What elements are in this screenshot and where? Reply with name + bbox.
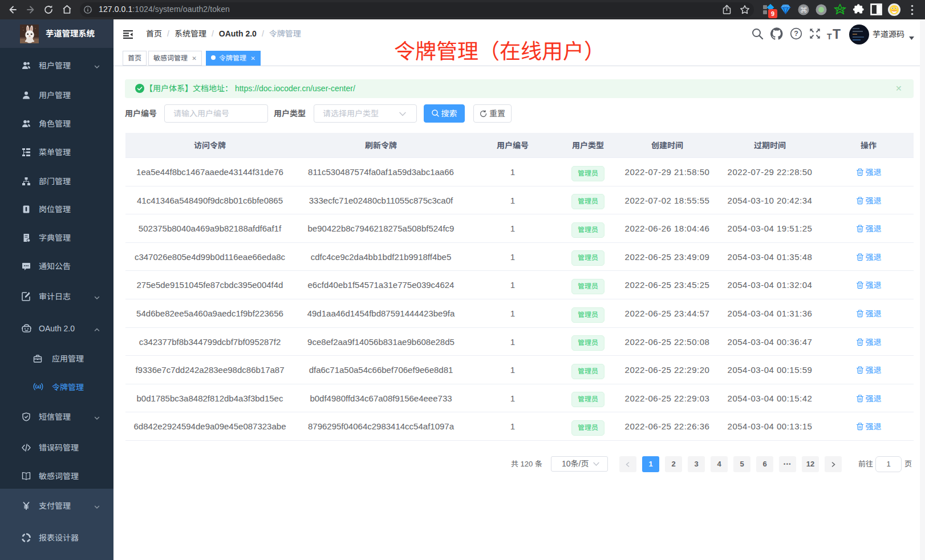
svg-text:⌘: ⌘ [800, 6, 808, 14]
svg-text:a: a [37, 384, 40, 389]
svg-text:?: ? [794, 30, 798, 38]
